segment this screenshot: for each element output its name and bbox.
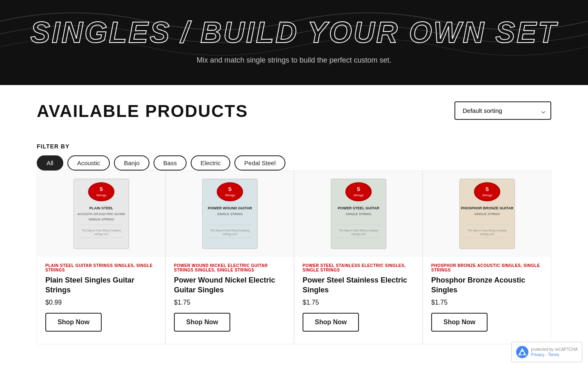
product-price: $1.75 [294,299,422,306]
product-name: Plain Steel Singles Guitar Strings [37,276,165,295]
svg-text:sstrings.com: sstrings.com [223,233,237,236]
product-image: S Strings POWER WOUND GUITAR SINGLE STRI… [166,171,294,257]
filter-btn-all[interactable]: All [37,155,63,171]
svg-text:S: S [228,186,231,192]
filter-btn-banjo[interactable]: Banjo [114,155,149,171]
product-card-phosphor-bronze: S Strings PHOSPHOR BRONZE GUITAR SINGLE … [423,171,551,344]
svg-text:Strings: Strings [96,193,106,197]
svg-text:The Stay-In-Tune String Compan: The Stay-In-Tune String Company [339,229,379,232]
product-name: Power Steel Stainless Electric Singles [294,276,422,295]
svg-text:The Stay-In-Tune String Compan: The Stay-In-Tune String Company [210,229,250,232]
svg-text:SINGLE STRING: SINGLE STRING [474,212,499,216]
product-image: S Strings POWER STEEL GUITAR SINGLE STRI… [294,171,422,257]
svg-text:SINGLE STRING: SINGLE STRING [217,212,242,216]
sort-select[interactable]: Default sorting Sort by popularity Sort … [454,101,551,120]
svg-text:sstrings.com: sstrings.com [480,233,494,236]
product-name: Phosphor Bronze Acoustic Singles [423,276,551,295]
svg-text:sstrings.com: sstrings.com [351,233,365,236]
product-tags: PHOSPHOR BRONZE ACOUSTIC SINGLES, SINGLE… [423,263,551,272]
product-price: $1.75 [166,299,294,306]
svg-text:POWER WOUND GUITAR: POWER WOUND GUITAR [208,206,252,210]
svg-text:Strings: Strings [225,193,235,197]
product-card-power-wound-nickel: S Strings POWER WOUND GUITAR SINGLE STRI… [165,171,294,344]
product-card-plain-steel: S Strings PLAIN STEEL ACOUSTIC OR ELECTR… [37,171,165,344]
recaptcha-logo-icon [516,346,529,359]
product-tags: POWER STEEL STAINLESS ELECTRIC SINGLES, … [294,263,422,272]
svg-text:SINGLE STRING: SINGLE STRING [88,218,114,221]
product-grid: S Strings PLAIN STEEL ACOUSTIC OR ELECTR… [37,171,551,344]
product-tags: PLAIN STEEL GUITAR STRINGS SINGLES, SING… [37,263,165,272]
main-content: AVAILABLE PRODUCTS Default sorting Sort … [12,85,576,361]
svg-text:The Stay-In-Tune String Compan: The Stay-In-Tune String Company [82,229,121,232]
recaptcha-text: protected by reCAPTCHA Privacy - Terms [531,347,578,357]
svg-text:Strings: Strings [353,193,363,197]
svg-text:ACOUSTIC OR ELECTRIC GUITAR: ACOUSTIC OR ELECTRIC GUITAR [77,212,125,216]
hero-title: SINGLES / BUILD YOUR OWN SET [8,16,580,49]
toolbar: AVAILABLE PRODUCTS Default sorting Sort … [37,101,551,131]
svg-text:S: S [485,186,488,192]
hero-subtitle: Mix and match single strings to build th… [8,56,580,65]
product-price: $0.99 [37,299,165,306]
hero-section: SINGLES / BUILD YOUR OWN SET Mix and mat… [0,0,588,85]
svg-text:sstrings.com: sstrings.com [94,233,108,236]
shop-now-button[interactable]: Shop Now [45,313,102,332]
product-image: S Strings PLAIN STEEL ACOUSTIC OR ELECTR… [37,171,165,257]
product-price: $1.75 [423,299,551,306]
product-tags: POWER WOUND NICKEL ELECTRIC GUITAR STRIN… [166,263,294,272]
filter-btn-electric[interactable]: Electric [191,155,230,171]
section-header: AVAILABLE PRODUCTS [37,101,248,131]
recaptcha-badge: protected by reCAPTCHA Privacy - Terms [511,342,583,361]
filter-label: FILTER BY [37,143,551,150]
svg-text:The Stay-In-Tune String Compan: The Stay-In-Tune String Company [468,229,507,232]
filter-btn-pedal-steel[interactable]: Pedal Steel [234,155,285,171]
svg-text:SINGLE STRING: SINGLE STRING [345,212,371,216]
svg-text:PLAIN STEEL: PLAIN STEEL [89,206,113,210]
svg-text:S: S [356,186,360,192]
svg-text:S: S [99,186,102,192]
product-name: Power Wound Nickel Electric Guitar Singl… [166,276,294,295]
product-card-power-steel-stainless: S Strings POWER STEEL GUITAR SINGLE STRI… [294,171,423,344]
shop-now-button[interactable]: Shop Now [303,313,359,332]
shop-now-button[interactable]: Shop Now [431,313,488,332]
svg-text:POWER STEEL GUITAR: POWER STEEL GUITAR [338,206,379,210]
product-image: S Strings PHOSPHOR BRONZE GUITAR SINGLE … [423,171,551,257]
filter-btn-bass[interactable]: Bass [154,155,187,171]
svg-point-42 [521,352,524,355]
svg-text:Strings: Strings [482,193,492,197]
sort-wrapper: Default sorting Sort by popularity Sort … [454,101,551,120]
shop-now-button[interactable]: Shop Now [174,313,230,332]
filter-buttons: AllAcousticBanjoBassElectricPedal Steel [37,155,551,171]
section-title: AVAILABLE PRODUCTS [37,101,248,121]
filter-btn-acoustic[interactable]: Acoustic [67,155,110,171]
svg-text:PHOSPHOR BRONZE GUITAR: PHOSPHOR BRONZE GUITAR [461,206,513,210]
filter-section: FILTER BY AllAcousticBanjoBassElectricPe… [37,143,551,171]
